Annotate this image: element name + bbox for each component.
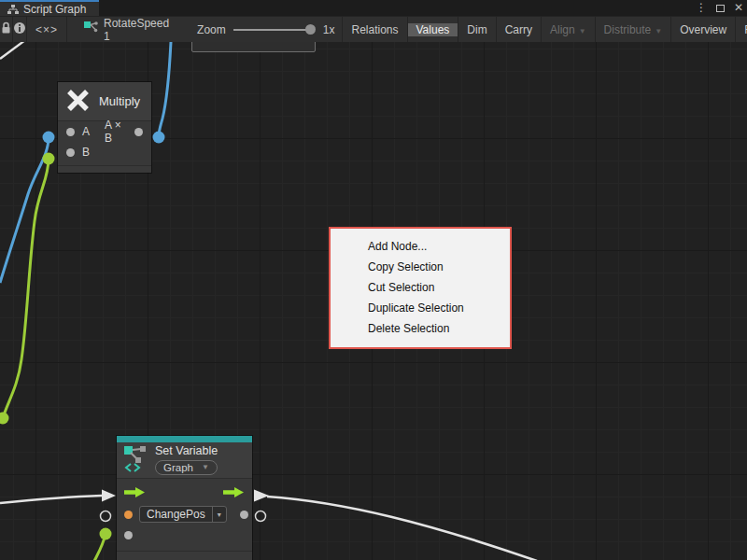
value-input-port[interactable] <box>124 531 133 539</box>
wire-white-output <box>267 497 537 560</box>
code-view-button[interactable]: <×> <box>27 17 67 42</box>
trigger-in-icon[interactable] <box>124 487 146 500</box>
output-port[interactable] <box>134 128 143 136</box>
graph-canvas[interactable]: Multiply A A × B B <box>0 42 747 560</box>
wire-green-endpoint <box>43 153 55 165</box>
variable-dropdown[interactable]: ChangePos ▼ <box>139 506 227 523</box>
unconnected-port-ring[interactable] <box>256 511 266 522</box>
chevron-down-icon: ▼ <box>579 27 586 35</box>
menu-item-copy-selection[interactable]: Copy Selection <box>331 257 510 277</box>
set-variable-icon <box>123 444 155 475</box>
set-variable-node[interactable]: Set Variable Graph ▼ ChangePos ▼ <box>117 436 252 560</box>
chevron-down-icon: ▼ <box>202 463 209 471</box>
zoom-slider-track <box>233 29 310 31</box>
node-footer <box>117 551 252 560</box>
variable-scope-dropdown[interactable]: Graph ▼ <box>155 460 218 475</box>
multiply-node[interactable]: Multiply A A × B B <box>58 82 151 173</box>
dim-button[interactable]: Dim <box>458 23 495 36</box>
unconnected-port-ring[interactable] <box>101 511 111 522</box>
chevron-down-icon: ▼ <box>212 507 226 522</box>
wire-blue-input <box>0 137 49 283</box>
tab-label: Script Graph <box>23 3 86 16</box>
port-row: A A × B <box>58 121 151 142</box>
maximize-icon[interactable] <box>716 5 725 12</box>
value-row <box>117 525 252 545</box>
wire-green-bottom <box>94 534 106 560</box>
trigger-out-icon[interactable] <box>223 487 245 500</box>
wire-arrowhead <box>102 490 116 502</box>
wire-white-stub <box>0 42 25 59</box>
wire-green-endpoint <box>0 413 9 425</box>
carry-button[interactable]: Carry <box>497 23 541 36</box>
overview-button[interactable]: Overview <box>671 23 735 36</box>
script-graph-node-icon <box>84 21 98 37</box>
distribute-button[interactable]: Distribute▼ <box>596 23 671 36</box>
clipped-node-top[interactable] <box>191 42 316 52</box>
kebab-menu-icon[interactable]: ⋮ <box>696 0 707 16</box>
align-button[interactable]: Align▼ <box>542 23 595 36</box>
wire-white-input <box>0 496 102 503</box>
inspect-button[interactable] <box>13 17 27 42</box>
menu-item-add-node[interactable]: Add Node... <box>331 236 510 257</box>
graph-reference-label: RotateSpeed 1 <box>104 17 169 43</box>
close-icon[interactable]: ✕ <box>734 0 743 16</box>
zoom-control: Zoom 1x <box>178 17 342 42</box>
fullscreen-button[interactable]: Full Screen <box>736 23 747 36</box>
menu-item-cut-selection[interactable]: Cut Selection <box>331 277 510 298</box>
menu-item-duplicate-selection[interactable]: Duplicate Selection <box>331 298 510 318</box>
graph-toolbar: <×> RotateSpeed 1 Zoom 1x Relations Valu… <box>0 16 747 42</box>
multiply-icon <box>65 88 91 116</box>
menu-item-delete-selection[interactable]: Delete Selection <box>331 318 510 339</box>
variable-output-port[interactable] <box>240 511 248 519</box>
zoom-value: 1x <box>323 23 335 36</box>
relations-button[interactable]: Relations <box>343 23 406 36</box>
zoom-label: Zoom <box>197 23 226 36</box>
node-title: Multiply <box>99 94 140 108</box>
trigger-row <box>117 483 252 504</box>
graph-reference[interactable]: RotateSpeed 1 <box>67 17 178 42</box>
wire-green-input <box>3 159 49 418</box>
chevron-down-icon: ▼ <box>655 27 662 35</box>
node-footer <box>58 165 151 173</box>
port-label: A × B <box>105 119 127 145</box>
input-port-b[interactable] <box>66 148 75 157</box>
tab-script-graph[interactable]: Script Graph <box>0 0 99 16</box>
wire-blue-endpoint <box>43 132 55 144</box>
port-label: A <box>82 125 90 138</box>
port-row: B <box>58 142 151 162</box>
zoom-slider[interactable] <box>233 23 316 36</box>
window-controls: ⋮ ✕ <box>696 0 743 16</box>
port-label: B <box>82 146 90 159</box>
wire-blue-endpoint <box>153 132 165 144</box>
wire-blue-output <box>159 42 171 137</box>
info-icon <box>13 21 26 37</box>
toolbar-buttons: Relations Values Dim Carry Align▼ Distri… <box>342 17 747 42</box>
lock-icon <box>0 21 12 37</box>
variable-name-port[interactable] <box>124 511 133 519</box>
zoom-slider-thumb[interactable] <box>305 24 316 35</box>
node-title: Set Variable <box>155 444 247 457</box>
values-button[interactable]: Values <box>408 23 458 36</box>
variable-row: ChangePos ▼ <box>117 504 252 525</box>
wire-arrowhead <box>254 490 269 502</box>
multiply-node-header[interactable]: Multiply <box>58 82 151 121</box>
lock-button[interactable] <box>0 17 13 42</box>
context-menu: Add Node... Copy Selection Cut Selection… <box>329 227 512 349</box>
tab-bar: Script Graph ⋮ ✕ <box>0 0 747 16</box>
set-variable-header[interactable]: Set Variable Graph ▼ <box>117 442 252 479</box>
graph-hierarchy-icon <box>7 4 19 15</box>
wire-green-endpoint <box>100 528 112 540</box>
input-port-a[interactable] <box>66 128 75 136</box>
node-accent-bar <box>117 436 252 442</box>
